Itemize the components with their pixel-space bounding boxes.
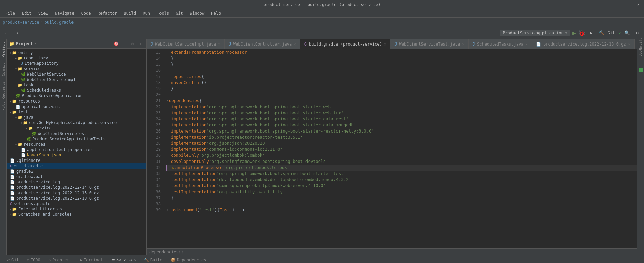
menu-help[interactable]: Help — [208, 10, 224, 17]
tab-close-2[interactable]: ✕ — [384, 42, 386, 47]
tree-item-7[interactable]: 🌿ScheduledTasks — [7, 88, 146, 93]
bottom-tab-todo[interactable]: ☑TODO — [23, 256, 45, 263]
code-line-21[interactable]: ▾dependencies { — [166, 98, 637, 104]
bookmarks-side-tab[interactable]: Book. — [637, 48, 644, 55]
tree-item-21[interactable]: Gbuild.gradle — [7, 163, 146, 169]
forward-button[interactable]: → — [13, 29, 21, 37]
code-line-16[interactable] — [166, 67, 637, 74]
code-line-26[interactable]: implementation 'org.springframework.boot… — [166, 128, 637, 134]
code-line-30[interactable]: compileOnly 'org.projectlombok:lombok' — [166, 152, 637, 158]
tree-item-18[interactable]: 📄application-test.properties — [7, 147, 146, 152]
pull-requests-side-tab[interactable]: Pull Requests — [0, 79, 6, 113]
bottom-tab-services[interactable]: ☰Services — [107, 256, 140, 263]
tab-close-3[interactable]: ✕ — [462, 42, 464, 47]
code-line-38[interactable] — [166, 201, 637, 207]
tree-item-29[interactable]: ▸📁External Libraries — [7, 206, 146, 212]
code-line-20[interactable] — [166, 92, 637, 98]
code-line-18[interactable]: mavenCentral() — [166, 80, 637, 86]
project-settings-button[interactable]: ⚙ — [129, 40, 136, 47]
project-dropdown-icon[interactable]: ▾ — [34, 42, 36, 46]
tree-item-6[interactable]: ▾📁task — [7, 82, 146, 88]
editor-tab-2[interactable]: Gbuild.gradle (product-service)✕ — [300, 39, 391, 49]
tree-item-9[interactable]: ▾📁resources — [7, 98, 146, 104]
code-area[interactable]: extendsFrom annotationProcessor }}reposi… — [164, 49, 637, 248]
tab-close-5[interactable]: ✕ — [628, 42, 631, 47]
breadcrumb-file[interactable]: build.gradle — [45, 20, 74, 25]
code-line-35[interactable]: testImplementation 'com.squareup.okhttp3… — [166, 183, 637, 189]
fold-arrow-39[interactable]: ▾ — [166, 207, 168, 213]
tree-item-28[interactable]: Gsettings.gradle — [7, 201, 146, 206]
code-line-34[interactable]: testImplementation 'de.flapdoodle.embed:… — [166, 177, 637, 183]
tree-item-3[interactable]: ▾📁service — [7, 66, 146, 71]
maximize-button[interactable]: □ — [628, 2, 633, 7]
code-line-25[interactable]: implementation 'org.springframework.boot… — [166, 122, 637, 128]
project-collapse-button[interactable]: — — [121, 40, 127, 47]
menu-git[interactable]: Git — [173, 10, 186, 17]
menu-run[interactable]: Run — [140, 10, 153, 17]
editor-tab-0[interactable]: JWebClientServiceImpl.java✕ — [147, 39, 225, 49]
code-line-17[interactable]: repositories { — [166, 74, 637, 80]
tree-item-22[interactable]: 📄gradlew — [7, 169, 146, 174]
code-line-24[interactable]: implementation 'org.springframework.boot… — [166, 116, 637, 122]
code-line-31[interactable]: developmentOnly 'org.springframework.boo… — [166, 158, 637, 165]
editor-tab-4[interactable]: JScheduledTasks.java✕ — [469, 39, 532, 49]
code-line-22[interactable]: implementation 'org.springframework.boot… — [166, 104, 637, 110]
editor-tab-1[interactable]: JWebClientController.java✕ — [225, 39, 300, 49]
menu-refactor[interactable]: Refactor — [95, 10, 120, 17]
editor-tab-5[interactable]: 📄productservice.log.2022-12-18.0.gz✕ — [532, 39, 635, 49]
tree-item-2[interactable]: JItemRepository — [7, 61, 146, 66]
menu-navigate[interactable]: Navigate — [52, 10, 77, 17]
code-line-32[interactable]: ⚠ annotationProcessor 'org.projectlombok… — [166, 165, 637, 171]
tab-close-1[interactable]: ✕ — [294, 42, 296, 47]
tree-item-14[interactable]: ▾📁service — [7, 125, 146, 131]
tree-item-19[interactable]: 📄NaverShop.json — [7, 152, 146, 158]
tree-item-11[interactable]: ▾📁test — [7, 109, 146, 115]
tree-item-13[interactable]: ▾📁com.GetMyGraphicsCard.productservice — [7, 120, 146, 125]
code-line-14[interactable]: } — [166, 55, 637, 61]
bottom-tab-git[interactable]: ⎇Git — [1, 256, 23, 263]
code-line-29[interactable]: implementation 'commons-io:commons-io:2.… — [166, 146, 637, 152]
tree-item-4[interactable]: 🌿WebClientService — [7, 71, 146, 77]
tree-item-23[interactable]: 📄gradlew.bat — [7, 174, 146, 179]
code-line-39[interactable]: ▾tasks.named('test') { Task it -> — [166, 207, 637, 213]
tree-item-15[interactable]: 🌿WebClientServiceTest — [7, 131, 146, 136]
code-line-23[interactable]: implementation 'org.springframework.boot… — [166, 110, 637, 116]
menu-code[interactable]: Code — [79, 10, 94, 17]
project-close-button[interactable]: ✕ — [137, 40, 144, 47]
tree-item-8[interactable]: 🌿ProductServiceApplication — [7, 93, 146, 98]
code-line-36[interactable]: testImplementation 'org.awaitility:await… — [166, 189, 637, 195]
project-side-tab[interactable]: Project — [0, 39, 6, 60]
code-line-33[interactable]: testImplementation 'org.springframework.… — [166, 171, 637, 177]
editor-tab-3[interactable]: JWebClientServiceTest.java✕ — [390, 39, 468, 49]
tree-item-10[interactable]: 📄application.yaml — [7, 104, 146, 109]
tree-item-26[interactable]: 📄productservice.log.2022-12-15.0.gz — [7, 190, 146, 196]
back-button[interactable]: ← — [3, 29, 11, 37]
tree-item-24[interactable]: 📄productservice.log — [7, 179, 146, 185]
menu-window[interactable]: Window — [187, 10, 207, 17]
search-button[interactable]: 🔍 — [623, 29, 631, 37]
breadcrumb-project[interactable]: product-service — [3, 20, 39, 25]
code-line-28[interactable]: implementation 'org.json:json:20220320' — [166, 140, 637, 146]
build-button[interactable]: 🔨 — [597, 29, 606, 37]
minimize-button[interactable]: — — [621, 2, 626, 7]
run-config-selector[interactable]: ProductServiceApplication ▾ — [500, 30, 570, 36]
fold-arrow-21[interactable]: ▾ — [166, 98, 168, 104]
code-line-37[interactable]: } — [166, 195, 637, 201]
bottom-tab-dependencies[interactable]: 📦Dependencies — [167, 256, 210, 263]
tree-item-20[interactable]: 📄.gitignore — [7, 158, 146, 163]
tree-item-17[interactable]: ▾📁resources — [7, 142, 146, 147]
run-button[interactable]: ▶ — [572, 29, 576, 36]
menu-view[interactable]: View — [36, 10, 51, 17]
tree-item-1[interactable]: ▸📁repository — [7, 55, 146, 61]
bottom-tab-terminal[interactable]: ▶Terminal — [76, 256, 107, 263]
debug-button[interactable]: 🐞 — [578, 29, 585, 36]
menu-build[interactable]: Build — [121, 10, 139, 17]
menu-tools[interactable]: Tools — [154, 10, 172, 17]
close-button[interactable]: ✕ — [636, 2, 641, 7]
tab-close-4[interactable]: ✕ — [525, 42, 528, 47]
bottom-tab-build[interactable]: 🔨Build — [140, 256, 167, 263]
menu-file[interactable]: File — [3, 10, 18, 17]
code-line-19[interactable]: } — [166, 86, 637, 92]
coverage-button[interactable]: ▶ — [587, 29, 595, 37]
tree-item-30[interactable]: ▸📁Scratches and Consoles — [7, 212, 146, 217]
